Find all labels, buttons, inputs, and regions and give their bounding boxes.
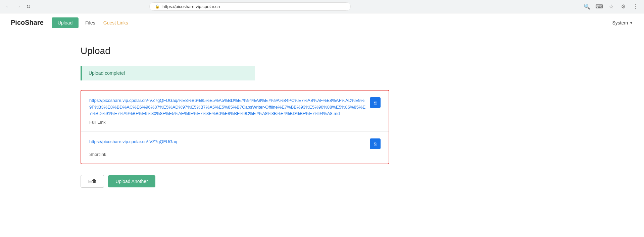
navbar: PicoShare Upload Files Guest Links Syste… <box>0 13 644 32</box>
copy-short-link-button[interactable]: ⎘ <box>370 138 381 149</box>
full-link-section: https://picoshare.vip.cpolar.cn/-VZ7gQFU… <box>81 91 389 132</box>
translate-btn[interactable]: ⌨ <box>594 2 604 11</box>
success-message: Upload complete! <box>89 70 125 76</box>
upload-nav-button[interactable]: Upload <box>52 17 79 28</box>
search-browser-btn[interactable]: 🔍 <box>582 2 592 11</box>
full-link-label: Full Link <box>89 120 381 125</box>
short-link-row: https://picoshare.vip.cpolar.cn/-VZ7gQFU… <box>89 138 381 149</box>
bookmark-btn[interactable]: ☆ <box>606 2 616 11</box>
address-bar[interactable]: 🔒 https://picoshare.vip.cpolar.cn <box>149 2 351 11</box>
link-card: https://picoshare.vip.cpolar.cn/-VZ7gQFU… <box>81 90 389 164</box>
app-wrapper: PicoShare Upload Files Guest Links Syste… <box>0 13 644 237</box>
edit-button[interactable]: Edit <box>81 175 104 188</box>
browser-actions: 🔍 ⌨ ☆ ⚙ ⋮ <box>582 2 640 11</box>
system-label: System <box>612 20 628 25</box>
address-text: https://picoshare.vip.cpolar.cn <box>162 4 220 9</box>
short-link-url: https://picoshare.vip.cpolar.cn/-VZ7gQFU… <box>89 138 366 145</box>
files-nav-link[interactable]: Files <box>81 17 99 28</box>
back-button[interactable]: ← <box>4 3 12 11</box>
copy-full-link-button[interactable]: ⎘ <box>370 97 381 108</box>
forward-button[interactable]: → <box>14 3 22 11</box>
copy-full-link-icon: ⎘ <box>374 100 377 105</box>
browser-controls: ← → ↻ <box>4 3 32 11</box>
short-link-section: https://picoshare.vip.cpolar.cn/-VZ7gQFU… <box>81 132 389 164</box>
full-link-row: https://picoshare.vip.cpolar.cn/-VZ7gQFU… <box>89 97 381 117</box>
brand-logo: PicoShare <box>11 19 44 26</box>
success-banner: Upload complete! <box>81 66 255 80</box>
browser-chrome: ← → ↻ 🔒 https://picoshare.vip.cpolar.cn … <box>0 0 644 13</box>
extensions-btn[interactable]: ⚙ <box>618 2 628 11</box>
action-buttons: Edit Upload Another <box>81 175 389 188</box>
more-btn[interactable]: ⋮ <box>631 2 640 11</box>
lock-icon: 🔒 <box>155 4 160 9</box>
refresh-button[interactable]: ↻ <box>24 3 32 11</box>
full-link-url: https://picoshare.vip.cpolar.cn/-VZ7gQFU… <box>89 97 366 117</box>
guest-links-nav-link[interactable]: Guest Links <box>99 17 132 28</box>
copy-short-link-icon: ⎘ <box>374 141 377 146</box>
chevron-down-icon: ▼ <box>629 20 633 25</box>
system-menu[interactable]: System ▼ <box>612 20 633 25</box>
page-title: Upload <box>81 46 389 56</box>
upload-another-button[interactable]: Upload Another <box>108 175 155 187</box>
page-content: Upload Upload complete! https://picoshar… <box>0 32 470 201</box>
short-link-label: Shortlink <box>89 152 381 157</box>
